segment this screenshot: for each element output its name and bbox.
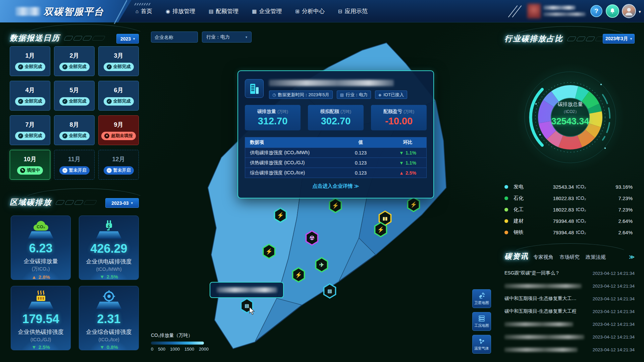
legend-ticks: 0 500 1000 1500 2000 — [151, 347, 209, 352]
tab-policy[interactable]: 政策法规 — [586, 254, 606, 260]
chevron-down-icon: ▾ — [630, 37, 632, 41]
tooltip-company-redacted — [217, 287, 277, 293]
layer-button-satellite[interactable]: 卫星地图 — [472, 289, 491, 308]
region-title: 区域碳排放 — [10, 197, 52, 207]
table-row: 供电碳排放强度 (tCO₂/MWh) 0.123 ▼1.1% — [245, 147, 426, 158]
nav-item-demo[interactable]: ⊟ 应用示范 — [338, 7, 368, 15]
stat-label: 配额盈亏 — [383, 109, 402, 114]
building-icon — [245, 79, 264, 98]
industry-tag: ▤行业：电力 — [337, 90, 371, 99]
month-card-sep[interactable]: 9月 ✕超期未填报 — [98, 115, 139, 145]
news-item[interactable]: 2023-04-12 14:21:34 — [504, 330, 635, 343]
legend-unit: tCO₂ — [574, 195, 591, 201]
legend-name: 建材 — [514, 218, 537, 224]
row-value: 0.123 — [333, 168, 388, 178]
card-icon: ▤ — [209, 8, 213, 14]
user-menu-caret[interactable]: ▼ — [638, 10, 642, 14]
news-item[interactable]: 2023-04-12 14:21:34 — [504, 343, 635, 356]
calendar-header: 数据报送日历 — [10, 33, 104, 43]
delta-value: 2.5% — [39, 344, 50, 350]
layer-button-ghg[interactable]: 温室气体 — [472, 335, 491, 354]
up-arrow-icon: ▲ — [399, 170, 404, 176]
news-item-time: 2023-04-12 14:21:34 — [593, 347, 635, 352]
check-icon: ✓ — [107, 64, 112, 69]
chevron-down-icon: ▾ — [133, 37, 135, 41]
industry-legend: 发电 32543.34 tCO₂ 93.16% 石化 18022.83 tCO₂… — [504, 181, 633, 238]
legend-value: 18022.83 — [537, 195, 574, 201]
delta-value: 2.8% — [39, 274, 50, 280]
month-card-jun[interactable]: 6月 ✓全部完成 — [98, 81, 139, 111]
month-card-oct[interactable]: 10月 ✎填报中 — [10, 150, 50, 180]
check-icon: ✓ — [18, 64, 23, 69]
update-time-tag: ◷数据更新时间：2023年5月 — [269, 90, 333, 99]
month-label: 7月 — [25, 121, 35, 129]
status-badge: ✓全部完成 — [15, 132, 45, 140]
industry-period-dropdown[interactable]: 2023年3月 ▾ — [603, 34, 635, 44]
tag-text: 数据更新时间：2023年5月 — [278, 92, 329, 98]
tab-market-research[interactable]: 市场研究 — [559, 254, 580, 260]
stat-unit: (tCO₂/MWh) — [96, 266, 121, 272]
nav-item-quota[interactable]: ▤ 配额管理 — [209, 7, 238, 15]
status-text: 全部完成 — [69, 98, 87, 104]
region-stat-cards: CO₂ 6.23 企业碳排放量 (万tCO₂) ▲2.8% 426.29 — [11, 216, 139, 350]
help-button[interactable]: ? — [590, 5, 602, 17]
user-avatar[interactable] — [622, 4, 636, 18]
status-text: 全部完成 — [25, 133, 42, 139]
region-period-dropdown[interactable]: 2023-03 ▾ — [105, 198, 139, 208]
stat-delta: ▼2.5% — [100, 274, 118, 280]
row-delta: ▼1.1% — [399, 160, 416, 166]
nav-item-home[interactable]: ⌂ 首页 — [136, 7, 152, 15]
news-item-time: 2023-04-12 14:21:34 — [593, 322, 635, 327]
calendar-grid: 1月 ✓全部完成 2月 ✓全部完成 3月 ✓全部完成 4月 ✓全部完成 5月 ✓… — [10, 46, 139, 180]
legend-dot — [504, 185, 508, 189]
nav-item-enterprise[interactable]: ▦ 企业管理 — [252, 7, 282, 15]
news-item[interactable]: 碳中和五期项目-生态修复重大工程 2023-04-12 14:21:34 — [504, 305, 635, 318]
total-label: 碳排放总量 — [537, 101, 604, 108]
enterprise-detail-link[interactable]: 点击进入企业详情 ≫ — [245, 183, 427, 189]
month-label: 11月 — [68, 155, 80, 163]
news-item[interactable]: 2023-04-12 14:21:34 — [504, 318, 635, 330]
tag-text: IOT已接入 — [383, 92, 404, 98]
tab-expert-view[interactable]: 专家视角 — [533, 254, 553, 260]
month-card-may[interactable]: 5月 ✓全部完成 — [54, 81, 95, 111]
status-badge: ✕超期未填报 — [101, 132, 136, 140]
notifications-button[interactable] — [606, 4, 619, 18]
nav-label: 首页 — [141, 7, 152, 15]
status-badge: ✓全部完成 — [104, 97, 134, 106]
industry-filter-dropdown[interactable]: 行业：电力 ▾ — [202, 32, 252, 43]
month-card-nov[interactable]: 11月 −暂未开启 — [54, 150, 95, 180]
news-item[interactable]: ESG跟“双碳”是一回事么？ 2023-04-12 14:21:34 — [504, 267, 635, 280]
nav-item-emission[interactable]: ◉ 排放管理 — [166, 7, 195, 15]
company-search-input[interactable] — [151, 32, 198, 43]
status-text: 填报中 — [27, 167, 40, 173]
layer-label: 卫星地图 — [474, 300, 489, 305]
legend-row-steel: 钢铁 79394.48 tCO₂ 2.64% — [504, 227, 633, 238]
month-card-dec[interactable]: 12月 −暂未开启 — [98, 150, 139, 180]
iot-icon: ◈ — [378, 93, 381, 97]
month-label: 3月 — [114, 52, 123, 60]
layer-button-conditions[interactable]: 工况地图 — [472, 312, 491, 331]
report-icon: ▦ — [252, 8, 257, 14]
region-header: 区域碳排放 — [10, 197, 96, 207]
month-card-jul[interactable]: 7月 ✓全部完成 — [10, 115, 50, 145]
popup-data-table: 数据项 值 环比 供电碳排放强度 (tCO₂/MWh) 0.123 ▼1.1% … — [245, 137, 427, 178]
month-card-feb[interactable]: 2月 ✓全部完成 — [54, 46, 95, 76]
status-text: 全部完成 — [25, 64, 42, 70]
news-more-link[interactable]: ≫ — [629, 254, 635, 260]
month-card-mar[interactable]: 3月 ✓全部完成 — [98, 46, 139, 76]
legend-unit: tCO₂ — [574, 184, 591, 189]
status-badge: ✓全部完成 — [15, 97, 45, 106]
calendar-year-dropdown[interactable]: 2023 ▾ — [116, 34, 139, 44]
delta-value: 2.5% — [107, 274, 118, 280]
logo-redacted — [15, 7, 40, 16]
month-card-aug[interactable]: 8月 ✓全部完成 — [54, 115, 95, 145]
month-card-apr[interactable]: 4月 ✓全部完成 — [10, 81, 50, 111]
legend-row-petrochemical: 石化 18022.83 tCO₂ 7.23% — [504, 192, 633, 204]
nav-item-analysis[interactable]: ⊞ 分析中心 — [296, 7, 325, 15]
news-item[interactable]: 碳中和五期项目-生态修复重大工程... 2023-04-12 14:21:34 — [504, 292, 635, 305]
month-label: 8月 — [69, 121, 79, 129]
row-value: 0.123 — [333, 148, 388, 158]
month-label: 4月 — [25, 86, 35, 94]
news-item[interactable]: 2023-04-12 14:21:34 — [504, 280, 635, 292]
month-card-jan[interactable]: 1月 ✓全部完成 — [10, 46, 50, 76]
